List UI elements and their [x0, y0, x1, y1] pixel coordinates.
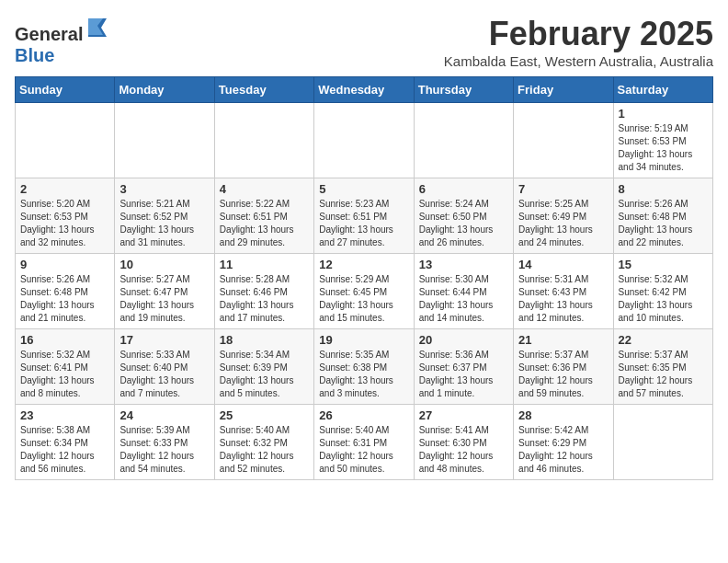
calendar-cell: 15Sunrise: 5:32 AM Sunset: 6:42 PM Dayli… [613, 254, 712, 329]
calendar-cell: 16Sunrise: 5:32 AM Sunset: 6:41 PM Dayli… [16, 329, 115, 405]
day-number: 20 [419, 333, 508, 347]
calendar-cell [613, 405, 712, 480]
day-info: Sunrise: 5:42 AM Sunset: 6:29 PM Dayligh… [518, 424, 608, 476]
day-info: Sunrise: 5:32 AM Sunset: 6:42 PM Dayligh… [619, 273, 708, 325]
day-number: 6 [419, 182, 508, 196]
logo-flag-icon [85, 15, 110, 40]
calendar-header-row: SundayMondayTuesdayWednesdayThursdayFrid… [16, 77, 713, 103]
day-info: Sunrise: 5:35 AM Sunset: 6:38 PM Dayligh… [319, 349, 408, 400]
day-info: Sunrise: 5:27 AM Sunset: 6:47 PM Dayligh… [119, 273, 209, 325]
day-info: Sunrise: 5:24 AM Sunset: 6:50 PM Dayligh… [419, 198, 508, 249]
day-info: Sunrise: 5:29 AM Sunset: 6:45 PM Dayligh… [319, 273, 408, 325]
calendar-table: SundayMondayTuesdayWednesdayThursdayFrid… [15, 76, 713, 480]
calendar-week-4: 16Sunrise: 5:32 AM Sunset: 6:41 PM Dayli… [16, 329, 713, 405]
day-info: Sunrise: 5:26 AM Sunset: 6:48 PM Dayligh… [619, 198, 708, 249]
column-header-tuesday: Tuesday [214, 77, 313, 103]
day-number: 25 [220, 408, 309, 422]
day-number: 15 [619, 258, 708, 271]
logo-general: General [15, 24, 83, 44]
calendar-cell: 18Sunrise: 5:34 AM Sunset: 6:39 PM Dayli… [214, 329, 313, 405]
day-number: 2 [20, 182, 109, 196]
day-number: 7 [518, 182, 608, 196]
calendar-cell: 17Sunrise: 5:33 AM Sunset: 6:40 PM Dayli… [115, 329, 214, 405]
day-number: 4 [220, 182, 309, 196]
day-number: 16 [20, 333, 109, 347]
day-info: Sunrise: 5:23 AM Sunset: 6:51 PM Dayligh… [319, 198, 408, 249]
day-number: 26 [319, 408, 408, 422]
calendar-cell: 21Sunrise: 5:37 AM Sunset: 6:36 PM Dayli… [514, 329, 613, 405]
calendar-cell: 5Sunrise: 5:23 AM Sunset: 6:51 PM Daylig… [314, 178, 414, 254]
calendar-cell: 4Sunrise: 5:22 AM Sunset: 6:51 PM Daylig… [214, 178, 313, 254]
day-number: 13 [419, 258, 508, 271]
day-info: Sunrise: 5:21 AM Sunset: 6:52 PM Dayligh… [119, 198, 209, 249]
day-number: 22 [619, 333, 708, 347]
column-header-monday: Monday [115, 77, 214, 103]
day-number: 17 [119, 333, 209, 347]
page-header: General Blue February 2025 Kambalda East… [15, 15, 713, 69]
calendar-cell: 1Sunrise: 5:19 AM Sunset: 6:53 PM Daylig… [613, 103, 712, 178]
calendar-cell: 13Sunrise: 5:30 AM Sunset: 6:44 PM Dayli… [414, 254, 513, 329]
column-header-wednesday: Wednesday [314, 77, 414, 103]
calendar-cell [16, 103, 115, 178]
day-info: Sunrise: 5:31 AM Sunset: 6:43 PM Dayligh… [518, 273, 608, 325]
calendar-week-2: 2Sunrise: 5:20 AM Sunset: 6:53 PM Daylig… [16, 178, 713, 254]
logo-text: General Blue [15, 15, 110, 66]
column-header-sunday: Sunday [16, 77, 115, 103]
column-header-saturday: Saturday [613, 77, 712, 103]
calendar-week-3: 9Sunrise: 5:26 AM Sunset: 6:48 PM Daylig… [16, 254, 713, 329]
month-title: February 2025 [444, 15, 713, 53]
calendar-cell [314, 103, 414, 178]
day-info: Sunrise: 5:34 AM Sunset: 6:39 PM Dayligh… [220, 349, 309, 400]
day-info: Sunrise: 5:26 AM Sunset: 6:48 PM Dayligh… [20, 273, 109, 325]
calendar-cell: 14Sunrise: 5:31 AM Sunset: 6:43 PM Dayli… [514, 254, 613, 329]
day-number: 18 [220, 333, 309, 347]
day-number: 10 [119, 258, 209, 271]
calendar-cell: 23Sunrise: 5:38 AM Sunset: 6:34 PM Dayli… [16, 405, 115, 480]
day-number: 21 [518, 333, 608, 347]
day-number: 12 [319, 258, 408, 271]
calendar-cell [514, 103, 613, 178]
day-number: 24 [119, 408, 209, 422]
calendar-cell: 27Sunrise: 5:41 AM Sunset: 6:30 PM Dayli… [414, 405, 513, 480]
calendar-cell: 9Sunrise: 5:26 AM Sunset: 6:48 PM Daylig… [16, 254, 115, 329]
day-number: 8 [619, 182, 708, 196]
day-info: Sunrise: 5:37 AM Sunset: 6:35 PM Dayligh… [619, 349, 708, 400]
column-header-friday: Friday [514, 77, 613, 103]
day-info: Sunrise: 5:20 AM Sunset: 6:53 PM Dayligh… [20, 198, 109, 249]
day-number: 5 [319, 182, 408, 196]
calendar-cell: 10Sunrise: 5:27 AM Sunset: 6:47 PM Dayli… [115, 254, 214, 329]
column-header-thursday: Thursday [414, 77, 513, 103]
day-info: Sunrise: 5:40 AM Sunset: 6:31 PM Dayligh… [319, 424, 408, 476]
calendar-cell [414, 103, 513, 178]
calendar-week-5: 23Sunrise: 5:38 AM Sunset: 6:34 PM Dayli… [16, 405, 713, 480]
day-info: Sunrise: 5:30 AM Sunset: 6:44 PM Dayligh… [419, 273, 508, 325]
calendar-cell: 3Sunrise: 5:21 AM Sunset: 6:52 PM Daylig… [115, 178, 214, 254]
day-info: Sunrise: 5:37 AM Sunset: 6:36 PM Dayligh… [518, 349, 608, 400]
day-info: Sunrise: 5:25 AM Sunset: 6:49 PM Dayligh… [518, 198, 608, 249]
day-info: Sunrise: 5:28 AM Sunset: 6:46 PM Dayligh… [220, 273, 309, 325]
logo: General Blue [15, 15, 110, 66]
calendar-cell: 26Sunrise: 5:40 AM Sunset: 6:31 PM Dayli… [314, 405, 414, 480]
calendar-week-1: 1Sunrise: 5:19 AM Sunset: 6:53 PM Daylig… [16, 103, 713, 178]
calendar-cell: 25Sunrise: 5:40 AM Sunset: 6:32 PM Dayli… [214, 405, 313, 480]
day-number: 3 [119, 182, 209, 196]
calendar-cell: 22Sunrise: 5:37 AM Sunset: 6:35 PM Dayli… [613, 329, 712, 405]
day-number: 27 [419, 408, 508, 422]
calendar-cell: 24Sunrise: 5:39 AM Sunset: 6:33 PM Dayli… [115, 405, 214, 480]
day-number: 9 [20, 258, 109, 271]
day-info: Sunrise: 5:38 AM Sunset: 6:34 PM Dayligh… [20, 424, 109, 476]
day-info: Sunrise: 5:40 AM Sunset: 6:32 PM Dayligh… [220, 424, 309, 476]
calendar-cell: 11Sunrise: 5:28 AM Sunset: 6:46 PM Dayli… [214, 254, 313, 329]
calendar-cell [115, 103, 214, 178]
day-info: Sunrise: 5:32 AM Sunset: 6:41 PM Dayligh… [20, 349, 109, 400]
location-subtitle: Kambalda East, Western Australia, Austra… [444, 53, 713, 69]
day-info: Sunrise: 5:33 AM Sunset: 6:40 PM Dayligh… [119, 349, 209, 400]
day-info: Sunrise: 5:22 AM Sunset: 6:51 PM Dayligh… [220, 198, 309, 249]
logo-blue: Blue [15, 45, 54, 65]
day-info: Sunrise: 5:19 AM Sunset: 6:53 PM Dayligh… [619, 122, 708, 174]
calendar-cell [214, 103, 313, 178]
calendar-cell: 7Sunrise: 5:25 AM Sunset: 6:49 PM Daylig… [514, 178, 613, 254]
calendar-cell: 6Sunrise: 5:24 AM Sunset: 6:50 PM Daylig… [414, 178, 513, 254]
day-info: Sunrise: 5:36 AM Sunset: 6:37 PM Dayligh… [419, 349, 508, 400]
day-number: 28 [518, 408, 608, 422]
